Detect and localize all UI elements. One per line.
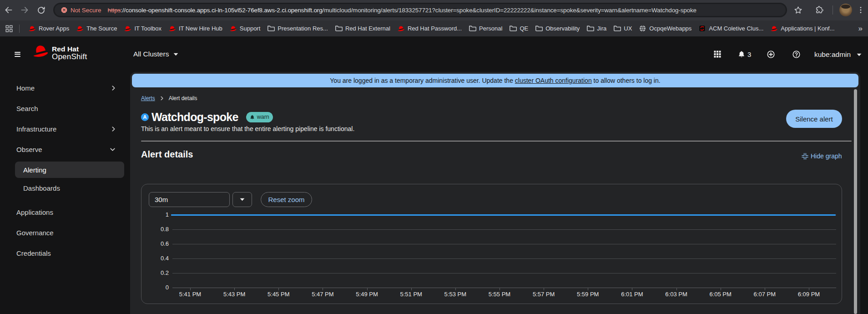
bookmark-label: Red Hat External bbox=[345, 25, 390, 32]
x-axis-tick-label: 6:03 PM bbox=[658, 291, 695, 298]
bookmark-item[interactable]: The Source bbox=[76, 25, 117, 32]
silence-alert-button[interactable]: Silence alert bbox=[786, 110, 842, 128]
not-secure-label: Not Secure bbox=[71, 7, 101, 14]
not-secure-chip[interactable]: Not Secure bbox=[61, 7, 101, 14]
help-icon[interactable] bbox=[792, 51, 800, 58]
bookmark-label: Personal bbox=[479, 25, 502, 32]
hide-graph-link[interactable]: Hide graph bbox=[802, 152, 842, 160]
url-host: ://console-openshift-console.apps.ci-ln-… bbox=[121, 7, 322, 14]
sidebar-item-dashboards[interactable]: Dashboards bbox=[0, 180, 130, 196]
chart-gridline bbox=[172, 288, 836, 288]
apps-grid-icon[interactable] bbox=[5, 25, 13, 32]
bookmark-item[interactable]: Support bbox=[229, 25, 261, 32]
bookmark-item[interactable]: Personal bbox=[469, 25, 502, 32]
sidebar-item-applications[interactable]: Applications bbox=[0, 204, 130, 220]
chart-data-line bbox=[171, 214, 836, 216]
severity-label: warn bbox=[257, 114, 269, 120]
x-axis-tick-label: 6:01 PM bbox=[614, 291, 650, 298]
app-launcher-icon[interactable] bbox=[714, 51, 721, 58]
bookmark-item[interactable]: Observability bbox=[535, 25, 580, 32]
sidebar-item-home[interactable]: Home bbox=[0, 80, 130, 96]
add-plus-icon[interactable] bbox=[767, 51, 775, 58]
bookmark-item[interactable]: OcpqeWebapps bbox=[639, 25, 691, 32]
bookmark-item[interactable]: Rover Apps bbox=[28, 25, 69, 32]
sidebar-item-infrastructure[interactable]: Infrastructure bbox=[0, 121, 130, 137]
cluster-selector-dropdown[interactable]: All Clusters bbox=[133, 50, 178, 58]
x-axis-tick-label: 5:45 PM bbox=[260, 291, 297, 298]
bookmark-label: Support bbox=[240, 25, 261, 32]
user-menu-dropdown[interactable]: kube:admin bbox=[814, 51, 862, 59]
bookmark-item[interactable]: Presentation Res... bbox=[267, 25, 328, 32]
notifications-bell-icon[interactable] bbox=[738, 51, 745, 58]
redhat-icon bbox=[229, 25, 237, 32]
sidebar-item-search[interactable]: Search bbox=[0, 100, 130, 116]
username: kube:admin bbox=[814, 51, 851, 59]
browser-forward-button[interactable] bbox=[18, 4, 31, 16]
bookmark-item[interactable]: IT Toolbox bbox=[124, 25, 161, 32]
banner-text-after: to allow others to log in. bbox=[592, 77, 661, 84]
sidebar-item-label: Credentials bbox=[16, 249, 51, 257]
chart-gridline bbox=[172, 229, 836, 230]
redhat-icon bbox=[76, 25, 84, 32]
alert-chart: 00.20.40.60.815:41 PM5:43 PM5:45 PM5:47 … bbox=[141, 184, 843, 304]
browser-back-button[interactable] bbox=[2, 4, 15, 16]
folder-icon bbox=[267, 25, 275, 32]
bookmark-label: Rover Apps bbox=[39, 25, 69, 32]
sidebar-item-label: Search bbox=[16, 105, 38, 112]
breadcrumb-chevron-icon bbox=[161, 96, 163, 101]
toolbar-separator bbox=[833, 5, 833, 15]
bookmark-label: IT Toolbox bbox=[134, 25, 161, 32]
x-axis-tick bbox=[676, 288, 677, 290]
notification-count: 3 bbox=[747, 51, 751, 58]
x-axis-tick bbox=[278, 288, 279, 290]
x-axis-tick bbox=[323, 288, 323, 290]
sidebar-item-governance[interactable]: Governance bbox=[0, 224, 130, 241]
masthead: Red Hat OpenShift All Clusters 3 kube:ad… bbox=[0, 36, 868, 73]
bookmark-item[interactable]: QE bbox=[509, 25, 528, 32]
bookmarks-overflow-chevron[interactable]: » bbox=[858, 20, 863, 36]
address-bar[interactable]: Not Secure https://console-openshift-con… bbox=[53, 3, 787, 17]
bookmark-item[interactable]: Red Hat External bbox=[335, 25, 390, 32]
breadcrumb-alerts-link[interactable]: Alerts bbox=[141, 95, 155, 101]
oauth-config-link[interactable]: cluster OAuth configuration bbox=[515, 77, 592, 84]
hide-graph-label: Hide graph bbox=[811, 152, 842, 160]
x-axis-tick bbox=[809, 288, 809, 290]
extensions-icon[interactable] bbox=[814, 5, 825, 15]
bookmark-item[interactable]: UX bbox=[613, 25, 632, 32]
redhat-icon bbox=[28, 25, 36, 32]
redhat-openshift-logo[interactable]: Red Hat OpenShift bbox=[32, 44, 87, 61]
acm-icon bbox=[698, 25, 706, 32]
sidebar-item-label: Governance bbox=[16, 229, 54, 237]
compress-icon bbox=[802, 153, 808, 160]
sidebar-item-observe[interactable]: Observe bbox=[0, 141, 130, 157]
chart-gridline bbox=[172, 258, 836, 259]
x-axis-tick bbox=[544, 288, 544, 290]
nav-toggle-icon[interactable] bbox=[15, 52, 20, 57]
x-axis-tick-label: 5:57 PM bbox=[525, 291, 562, 298]
bookmark-item[interactable]: Applications | Konf... bbox=[770, 25, 834, 32]
x-axis-tick bbox=[455, 288, 456, 290]
x-axis-tick-label: 5:53 PM bbox=[437, 291, 474, 298]
chevron-right-icon bbox=[112, 127, 115, 132]
scrollbar-thumb[interactable] bbox=[854, 89, 857, 314]
bookmark-item[interactable]: IT New Hire Hub bbox=[168, 25, 222, 32]
chart-gridline bbox=[172, 244, 836, 244]
bookmark-item[interactable]: Jira bbox=[586, 25, 606, 32]
bookmark-item[interactable]: ACM Coletive Clus... bbox=[698, 25, 763, 32]
bookmark-item[interactable]: Red Hat Password... bbox=[397, 25, 462, 32]
x-axis-tick-label: 6:05 PM bbox=[702, 291, 739, 298]
x-axis-tick bbox=[632, 288, 632, 290]
browser-toolbar: Not Secure https://console-openshift-con… bbox=[0, 0, 868, 20]
x-axis-tick-label: 6:09 PM bbox=[791, 291, 827, 298]
browser-menu-icon[interactable] bbox=[855, 5, 866, 15]
redhat-fedora-icon bbox=[32, 44, 49, 57]
browser-reload-button[interactable] bbox=[35, 4, 47, 16]
x-axis-tick bbox=[411, 288, 412, 290]
bookmark-star-icon[interactable] bbox=[792, 5, 803, 15]
x-axis-tick-label: 5:47 PM bbox=[304, 291, 341, 298]
sidebar-item-credentials[interactable]: Credentials bbox=[0, 245, 130, 261]
sidebar-item-alerting[interactable]: Alerting bbox=[15, 162, 124, 178]
bookmark-label: Presentation Res... bbox=[278, 25, 328, 32]
profile-avatar[interactable] bbox=[839, 4, 852, 16]
bookmark-label: Observability bbox=[545, 25, 580, 32]
